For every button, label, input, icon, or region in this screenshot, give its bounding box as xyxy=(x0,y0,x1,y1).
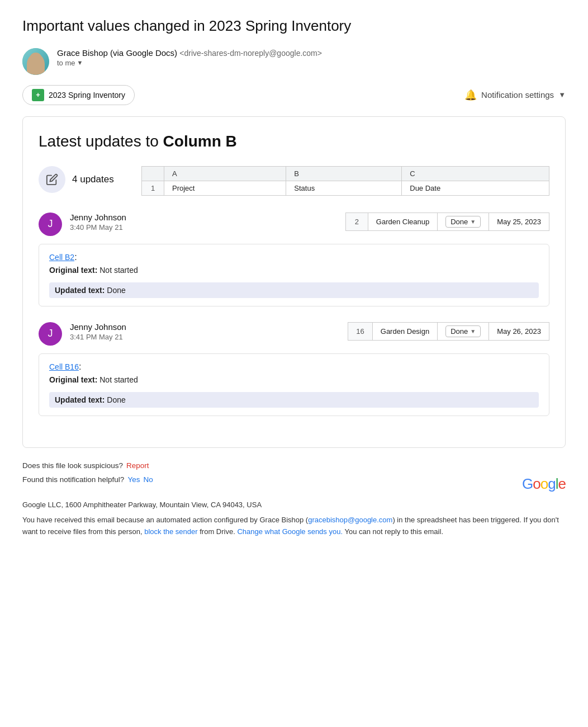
update-row-num-2: 16 xyxy=(348,322,372,340)
updates-count-box: 4 updates xyxy=(39,166,128,193)
notification-chevron-icon: ▼ xyxy=(558,91,566,99)
email-title: Important values changed in 2023 Spring … xyxy=(22,17,566,36)
update-entry-2: J Jenny Johnson 3:41 PM May 21 16 Garden… xyxy=(39,322,549,416)
to-me-toggle[interactable]: to me ▼ xyxy=(57,59,322,67)
col-label-project: Project xyxy=(164,181,286,195)
update-time-1: 3:40 PM May 21 xyxy=(70,223,126,232)
update-status-2: Done ▼ xyxy=(438,322,489,340)
original-text-1: Original text: Not started xyxy=(49,266,539,275)
sender-email: <drive-shares-dm-noreply@google.com> xyxy=(179,49,322,58)
sheets-icon: + xyxy=(32,89,44,101)
update-due-date-1: May 25, 2023 xyxy=(489,213,549,230)
cell-link-b16[interactable]: Cell B16 xyxy=(49,362,79,371)
update-due-date-2: May 26, 2023 xyxy=(489,322,549,340)
sheet-link-label: 2023 Spring Inventory xyxy=(49,91,125,100)
main-card: Latest updates to Column B 4 updates A B… xyxy=(22,116,566,448)
updates-count-label: 4 updates xyxy=(72,174,114,185)
done-badge-arrow-2: ▼ xyxy=(470,328,476,334)
sender-row: Grace Bishop (via Google Docs) <drive-sh… xyxy=(22,48,566,75)
update-status-1: Done ▼ xyxy=(438,213,489,230)
col-header-empty xyxy=(142,166,164,181)
done-badge-arrow-1: ▼ xyxy=(470,219,476,225)
suspicious-text: Does this file look suspicious? xyxy=(22,461,123,470)
updated-text-1: Updated text: Done xyxy=(49,282,539,298)
change-box-1: Cell B2: Original text: Not started Upda… xyxy=(39,244,549,306)
update-project-2: Garden Design xyxy=(372,322,437,340)
google-logo: Google xyxy=(522,475,566,493)
col-header-b: B xyxy=(286,166,402,181)
notification-settings-label: Notification settings xyxy=(481,90,554,100)
col-label-due-date: Due Date xyxy=(402,181,549,195)
updated-text-2: Updated text: Done xyxy=(49,392,539,408)
report-link[interactable]: Report xyxy=(126,461,149,470)
user-avatar-1: J xyxy=(39,213,62,236)
update-project-1: Garden Cleanup xyxy=(368,213,437,230)
update-row-table-1: 2 Garden Cleanup Done ▼ May 25, 2023 xyxy=(345,213,549,231)
update-header-1: J Jenny Johnson 3:40 PM May 21 2 Garden … xyxy=(39,213,549,236)
user-info-2: Jenny Johnson 3:41 PM May 21 xyxy=(70,322,126,341)
change-settings-link[interactable]: Change what Google sends you. xyxy=(237,527,343,536)
sender-info: Grace Bishop (via Google Docs) <drive-sh… xyxy=(57,48,322,67)
footer-section: Does this file look suspicious? Report F… xyxy=(22,461,566,538)
helpful-text: Found this notification helpful? xyxy=(22,475,124,484)
spreadsheet-header-table: A B C 1 Project Status Due Date xyxy=(141,166,549,196)
cell-link-b2[interactable]: Cell B2 xyxy=(49,253,74,262)
block-sender-link[interactable]: block the sender xyxy=(144,527,197,536)
yes-link[interactable]: Yes xyxy=(127,475,140,484)
footer-disclaimer: You have received this email because an … xyxy=(22,514,566,538)
user-name-2: Jenny Johnson xyxy=(70,322,126,332)
update-header-2: J Jenny Johnson 3:41 PM May 21 16 Garden… xyxy=(39,322,549,346)
bell-icon: 🔔 xyxy=(464,89,477,101)
suspicious-row: Does this file look suspicious? Report xyxy=(22,461,566,470)
change-box-2: Cell B16: Original text: Not started Upd… xyxy=(39,353,549,416)
sender-avatar xyxy=(22,48,49,75)
done-badge-1: Done ▼ xyxy=(445,216,481,228)
col-row-1: 1 xyxy=(142,181,164,195)
card-title: Latest updates to Column B xyxy=(39,133,549,150)
update-time-2: 3:41 PM May 21 xyxy=(70,333,126,341)
update-row-table-2: 16 Garden Design Done ▼ May 26, 2023 xyxy=(348,322,549,341)
original-text-2: Original text: Not started xyxy=(49,375,539,384)
pencil-icon xyxy=(39,166,65,193)
done-badge-2: Done ▼ xyxy=(445,325,481,337)
update-entry-1: J Jenny Johnson 3:40 PM May 21 2 Garden … xyxy=(39,213,549,306)
col-label-status: Status xyxy=(286,181,402,195)
user-avatar-2: J xyxy=(39,322,62,346)
user-name-1: Jenny Johnson xyxy=(70,213,126,222)
sender-name: Grace Bishop (via Google Docs) <drive-sh… xyxy=(57,48,322,58)
col-header-a: A xyxy=(164,166,286,181)
col-header-c: C xyxy=(402,166,549,181)
update-row-num-1: 2 xyxy=(345,213,368,230)
footer-address: Google LLC, 1600 Amphitheater Parkway, M… xyxy=(22,501,566,509)
top-bar: + 2023 Spring Inventory 🔔 Notification s… xyxy=(22,85,566,105)
notification-settings-button[interactable]: 🔔 Notification settings ▼ xyxy=(464,89,566,101)
grace-email-link[interactable]: gracebishop@google.com xyxy=(308,516,392,524)
user-info-1: Jenny Johnson 3:40 PM May 21 xyxy=(70,213,126,232)
sheet-link-button[interactable]: + 2023 Spring Inventory xyxy=(22,85,135,105)
helpful-row: Found this notification helpful? Yes No xyxy=(22,475,153,484)
no-link[interactable]: No xyxy=(143,475,153,484)
updates-summary-section: 4 updates A B C 1 Project Status Due Dat… xyxy=(39,166,549,196)
to-me-chevron-icon: ▼ xyxy=(77,59,83,66)
